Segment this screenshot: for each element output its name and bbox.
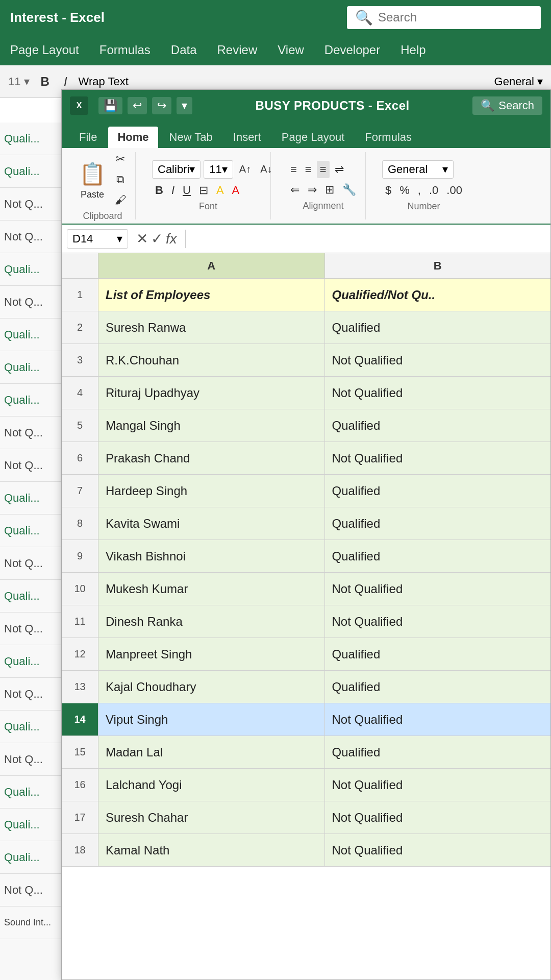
bg-font-size-selector[interactable]: 11 ▾	[8, 75, 30, 88]
cell-b6[interactable]: Not Qualified	[325, 442, 551, 474]
cell-a14[interactable]: Viput Singh	[98, 703, 325, 736]
bg-bold-btn[interactable]: B	[38, 72, 53, 91]
cell-b5[interactable]: Qualified	[325, 409, 551, 442]
fg-search-bar[interactable]: 🔍 Search	[472, 96, 542, 115]
cell-b8[interactable]: Qualified	[325, 507, 551, 540]
cell-b18[interactable]: Not Qualified	[325, 834, 551, 866]
bg-tab-help[interactable]: Help	[400, 43, 425, 57]
font-grow-button[interactable]: A↑	[236, 161, 254, 177]
tab-new-tab[interactable]: New Tab	[160, 127, 222, 148]
font-size-dropdown[interactable]: 11 ▾	[204, 160, 233, 179]
bg-tab-view[interactable]: View	[278, 43, 304, 57]
align-middle-button[interactable]: ≡	[302, 161, 315, 178]
copy-button[interactable]: ⧉	[112, 171, 129, 188]
cell-a11[interactable]: Dinesh Ranka	[98, 605, 325, 638]
bg-search-input[interactable]	[378, 10, 533, 24]
format-painter-button[interactable]: 🖌	[112, 191, 129, 209]
cell-a13[interactable]: Kajal Choudhary	[98, 671, 325, 703]
align-top-button[interactable]: ≡	[287, 161, 300, 178]
currency-button[interactable]: $	[382, 182, 394, 199]
cell-a10[interactable]: Mukesh Kumar	[98, 573, 325, 605]
cancel-formula-icon[interactable]: ✕	[136, 230, 148, 247]
cell-b9[interactable]: Qualified	[325, 540, 551, 572]
bg-tab-developer[interactable]: Developer	[324, 43, 380, 57]
bg-general-dropdown[interactable]: General ▾	[494, 75, 543, 88]
cell-a7[interactable]: Hardeep Singh	[98, 475, 325, 507]
align-bottom-button[interactable]: ≡	[317, 161, 330, 178]
cell-a5[interactable]: Mangal Singh	[98, 409, 325, 442]
cell-a18[interactable]: Kamal Nath	[98, 834, 325, 866]
decrease-decimal-button[interactable]: .0	[426, 182, 441, 199]
cell-a12[interactable]: Manpreet Singh	[98, 638, 325, 670]
number-format-dropdown[interactable]: General ▾	[382, 160, 454, 179]
tab-page-layout[interactable]: Page Layout	[272, 127, 354, 148]
formula-input[interactable]	[190, 232, 545, 246]
font-color-button[interactable]: A	[229, 182, 243, 199]
tab-formulas[interactable]: Formulas	[356, 127, 421, 148]
cell-b4[interactable]: Not Qualified	[325, 377, 551, 409]
cell-b7[interactable]: Qualified	[325, 475, 551, 507]
paste-button[interactable]: 📋	[76, 159, 109, 188]
clipboard-label: Clipboard	[83, 211, 122, 222]
cell-b12[interactable]: Qualified	[325, 638, 551, 670]
cell-b13[interactable]: Qualified	[325, 671, 551, 703]
comma-button[interactable]: ,	[415, 182, 424, 199]
cell-b15[interactable]: Qualified	[325, 736, 551, 768]
confirm-formula-icon[interactable]: ✓	[151, 230, 163, 247]
wrap-text-button[interactable]: ⇌	[332, 161, 347, 178]
bg-ribbon: Page Layout Formulas Data Review View De…	[0, 35, 551, 65]
bg-tab-page-layout[interactable]: Page Layout	[10, 43, 79, 57]
cell-a6[interactable]: Prakash Chand	[98, 442, 325, 474]
undo-button[interactable]: ↩	[128, 97, 147, 114]
bold-button[interactable]: B	[152, 182, 166, 199]
cell-a2[interactable]: Suresh Ranwa	[98, 311, 325, 344]
cell-a8[interactable]: Kavita Swami	[98, 507, 325, 540]
cell-b3[interactable]: Not Qualified	[325, 344, 551, 376]
increase-decimal-button[interactable]: .00	[443, 182, 465, 199]
cell-b17[interactable]: Not Qualified	[325, 801, 551, 834]
quick-access-dropdown-button[interactable]: ▾	[177, 97, 192, 114]
column-a-header[interactable]: A	[98, 253, 325, 278]
bg-italic-btn[interactable]: I	[61, 72, 70, 91]
merge-button[interactable]: ⊞	[322, 181, 337, 199]
font-shrink-button[interactable]: A↓	[257, 161, 275, 177]
column-b-header[interactable]: B	[325, 253, 551, 278]
cell-a16[interactable]: Lalchand Yogi	[98, 769, 325, 801]
tab-file[interactable]: File	[70, 127, 106, 148]
cell-b16[interactable]: Not Qualified	[325, 769, 551, 801]
format-button[interactable]: 🔧	[339, 181, 359, 199]
borders-button[interactable]: ⊟	[196, 182, 211, 199]
redo-button[interactable]: ↪	[152, 97, 171, 114]
tab-insert[interactable]: Insert	[224, 127, 270, 148]
save-button[interactable]: 💾	[98, 97, 122, 114]
indent-more-button[interactable]: ⇒	[305, 181, 320, 199]
cell-b10[interactable]: Not Qualified	[325, 573, 551, 605]
cell-reference-box[interactable]: D14 ▾	[67, 229, 128, 249]
indent-less-button[interactable]: ⇐	[287, 181, 303, 199]
cell-a9[interactable]: Vikash Bishnoi	[98, 540, 325, 572]
cell-a4[interactable]: Rituraj Upadhyay	[98, 377, 325, 409]
foreground-excel-window: X 💾 ↩ ↪ ▾ BUSY PRODUCTS - Excel 🔍 Search…	[61, 89, 551, 980]
tab-home[interactable]: Home	[108, 127, 158, 148]
cell-b11[interactable]: Not Qualified	[325, 605, 551, 638]
cell-a3[interactable]: R.K.Chouhan	[98, 344, 325, 376]
cell-a15[interactable]: Madan Lal	[98, 736, 325, 768]
bg-tab-review[interactable]: Review	[217, 43, 258, 57]
cell-b1[interactable]: Qualified/Not Qu..	[325, 279, 551, 311]
cell-a1[interactable]: List of Employees	[98, 279, 325, 311]
bg-tab-formulas[interactable]: Formulas	[99, 43, 151, 57]
bg-tab-data[interactable]: Data	[171, 43, 197, 57]
cell-a17[interactable]: Suresh Chahar	[98, 801, 325, 834]
cut-button[interactable]: ✂	[112, 151, 129, 168]
cell-b2[interactable]: Qualified	[325, 311, 551, 344]
underline-button[interactable]: U	[180, 182, 194, 199]
percent-button[interactable]: %	[396, 182, 413, 199]
fill-color-button[interactable]: A	[213, 182, 227, 199]
font-name-dropdown[interactable]: Calibri ▾	[152, 160, 201, 179]
cell-b14[interactable]: Not Qualified	[325, 703, 551, 736]
bg-search-bar[interactable]: 🔍	[347, 6, 541, 29]
insert-function-icon[interactable]: fx	[166, 231, 177, 247]
italic-button[interactable]: I	[168, 182, 178, 199]
bg-wrap-text-btn[interactable]: Wrap Text	[79, 75, 129, 88]
paste-area: 📋 Paste	[76, 159, 109, 200]
